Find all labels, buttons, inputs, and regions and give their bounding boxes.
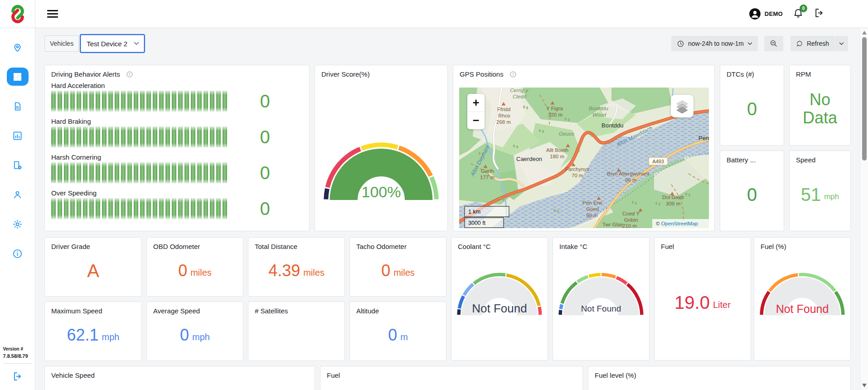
map-label: Ffridd: [497, 107, 510, 112]
sidebar-item-settings[interactable]: [7, 215, 29, 233]
panel-title[interactable]: Fuel: [655, 238, 751, 250]
panel-dtcs: DTCs (#) 0: [720, 65, 784, 146]
panel-title[interactable]: Fuel (%): [754, 238, 850, 250]
stat-value: 0: [178, 262, 187, 279]
stat-value: 0: [180, 327, 189, 344]
sidebar-item-reports[interactable]: [7, 127, 29, 145]
panel-driver-grade: Driver Grade A: [44, 237, 142, 297]
alert-row: Over Speeding 0: [51, 189, 301, 219]
panel-title[interactable]: Total Distance: [248, 238, 344, 250]
panel-title[interactable]: Fuel level (%): [588, 366, 850, 379]
stat-value: A: [87, 261, 99, 280]
panel-title[interactable]: Intake °C: [553, 238, 649, 250]
avatar-icon: [749, 8, 761, 20]
info-icon[interactable]: [509, 71, 517, 78]
panel-fuel: Fuel 19.0 Liter: [654, 237, 751, 361]
map-scale: 1 km 3000 ft: [465, 206, 509, 228]
panel-title[interactable]: Vehicle Speed: [45, 366, 315, 379]
panel-title[interactable]: Fuel: [320, 366, 582, 379]
map-label: Garth: [481, 168, 494, 174]
vehicle-select[interactable]: Test Device 2: [81, 35, 144, 52]
stat-unit: Liter: [713, 300, 731, 310]
time-zoom-out-button[interactable]: [764, 36, 783, 51]
username: DEMO: [765, 10, 783, 17]
panel-fuel-graph: Fuel: [320, 366, 583, 390]
map-label: Allt Boeth: [546, 147, 568, 153]
notification-badge: 0: [800, 5, 807, 12]
panel-title[interactable]: Battery ...: [720, 151, 784, 164]
map-label: Y Figra: [546, 106, 563, 111]
panel-title[interactable]: Tacho Odometer: [350, 238, 446, 250]
logout-button[interactable]: [814, 7, 825, 20]
notifications-button[interactable]: 0: [793, 8, 804, 20]
map-zoom-out-button[interactable]: −: [467, 112, 485, 130]
user-menu[interactable]: DEMO: [749, 8, 783, 20]
panel-title[interactable]: # Satellites: [248, 302, 344, 315]
openstreetmap-link[interactable]: OpenStreetMap: [661, 221, 698, 226]
map-label: 177 m: [480, 175, 495, 180]
panel-title[interactable]: GPS Positions: [453, 65, 714, 78]
stat-unit: mph: [824, 192, 839, 201]
panel-title[interactable]: Driving Behavior Alerts: [45, 65, 309, 78]
panel-title[interactable]: DTCs (#): [720, 65, 784, 78]
sidebar-item-tracking[interactable]: [7, 38, 29, 56]
brand-logo[interactable]: [7, 4, 28, 24]
panel-title[interactable]: RPM: [790, 65, 850, 78]
zoom-out-icon: [770, 39, 778, 48]
panel-altitude: Altitude 0 m: [349, 302, 446, 361]
svg-text:A493: A493: [652, 159, 664, 164]
map-label: 70 m: [572, 173, 583, 178]
info-icon[interactable]: [126, 71, 133, 78]
sidebar-item-documents[interactable]: [7, 97, 29, 115]
map-label: Gribin: [624, 217, 638, 223]
panel-title[interactable]: Altitude: [350, 302, 446, 315]
scrollbar-thumb[interactable]: [862, 37, 867, 161]
map-label: Cerrig y: [510, 88, 529, 93]
sidebar-item-about[interactable]: [7, 244, 29, 263]
panel-title[interactable]: Maximum Speed: [45, 302, 141, 315]
stat-unit: miles: [303, 268, 325, 278]
panel-title[interactable]: Driver Score(%): [315, 65, 447, 78]
map-attribution: © OpenStreetMap: [652, 219, 709, 228]
bar-gauge: [51, 198, 229, 219]
refresh-button[interactable]: Refresh: [790, 36, 834, 51]
menu-toggle-button[interactable]: [47, 10, 58, 18]
stat-value: 0: [747, 99, 757, 118]
map-label: 210 m: [622, 223, 637, 228]
map-layers-button[interactable]: [671, 95, 693, 117]
panel-tacho-odometer: Tacho Odometer 0 miles: [349, 237, 446, 297]
map-zoom-in-button[interactable]: +: [467, 94, 485, 112]
svg-text:© OpenStreetMap: © OpenStreetMap: [656, 221, 698, 226]
alert-value: 0: [229, 128, 301, 146]
sidebar-divider: [0, 28, 35, 28]
time-range-picker[interactable]: now-24h to now-1m: [671, 36, 758, 51]
refresh-interval-dropdown[interactable]: [835, 36, 848, 51]
stat-value: 0: [747, 185, 757, 204]
panel-driver-score: Driver Score(%) 100%: [315, 65, 448, 231]
alert-row: Hard Braking 0: [51, 117, 301, 147]
panel-speed: Speed 51 mph: [789, 151, 851, 231]
sidebar-item-devices[interactable]: [7, 156, 29, 174]
sidebar-logout-button[interactable]: [12, 371, 23, 384]
dashboard-icon: [12, 72, 23, 82]
sidebar: Version # 7.8.58/8.79: [0, 0, 35, 390]
panel-title[interactable]: Average Speed: [147, 302, 243, 315]
panel-title[interactable]: Driver Grade: [45, 238, 141, 250]
map-label: Pen Erw: [582, 200, 602, 205]
sidebar-item-users[interactable]: [7, 185, 29, 204]
map-label: Bontddu: [589, 106, 608, 111]
scroll-up-arrow[interactable]: [862, 31, 867, 34]
panel-title[interactable]: Speed: [790, 151, 850, 164]
sidebar-item-dashboard[interactable]: [7, 68, 29, 86]
panel-satellites: # Satellites: [248, 302, 345, 361]
logout-icon: [814, 7, 825, 19]
map-label: 96 m: [625, 177, 637, 183]
panel-battery: Battery ... 0: [720, 151, 784, 231]
panel-gps-positions: GPS Positions: [453, 65, 715, 231]
map-canvas[interactable]: Cerrig y Cledd Ffridd Rhos 268 m Y Figra…: [459, 88, 709, 228]
panel-title[interactable]: Coolant °C: [451, 238, 548, 250]
road-shield: A493: [649, 157, 668, 165]
map-label: 309 m: [666, 201, 680, 206]
panel-title[interactable]: OBD Odometer: [147, 238, 243, 250]
scroll-down-arrow[interactable]: [862, 384, 867, 387]
